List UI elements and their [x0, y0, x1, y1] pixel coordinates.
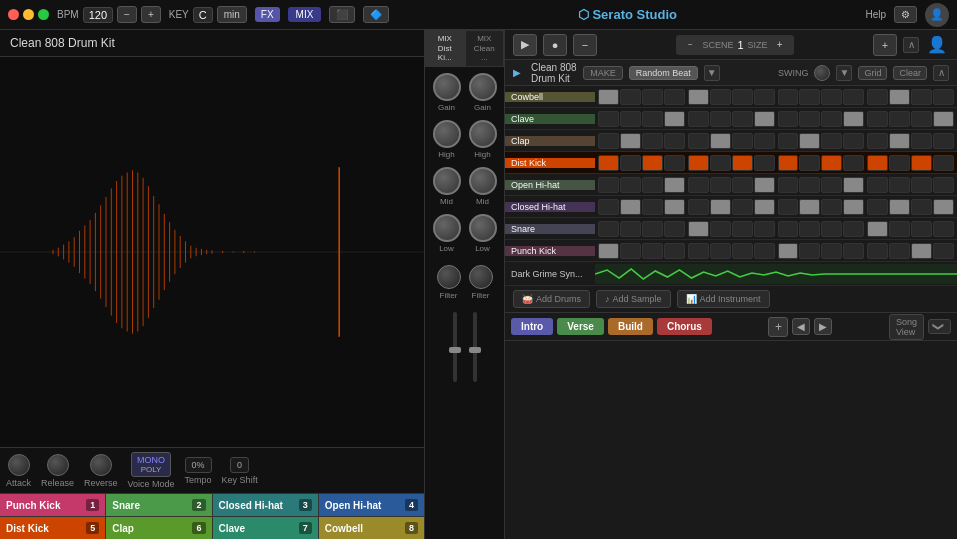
- minimize-button[interactable]: [23, 9, 34, 20]
- drum-pad[interactable]: [867, 133, 888, 149]
- add-scene-button[interactable]: +: [873, 34, 897, 56]
- drum-pad[interactable]: [911, 243, 932, 259]
- verse-button[interactable]: Verse: [557, 318, 604, 335]
- drum-pad[interactable]: [620, 111, 641, 127]
- drum-name-clave[interactable]: Clave: [505, 114, 595, 124]
- drum-pad[interactable]: [642, 111, 663, 127]
- drum-pad[interactable]: [821, 133, 842, 149]
- drum-pad[interactable]: [664, 243, 685, 259]
- drum-pad[interactable]: [710, 89, 731, 105]
- drum-pad[interactable]: [778, 133, 799, 149]
- drum-pad[interactable]: [799, 155, 820, 171]
- drum-pad[interactable]: [799, 199, 820, 215]
- drum-pad[interactable]: [867, 89, 888, 105]
- drum-pad[interactable]: [821, 177, 842, 193]
- grid-button[interactable]: Grid: [858, 66, 887, 80]
- arrangement-add[interactable]: +: [768, 317, 788, 337]
- mix-button[interactable]: MIX: [288, 7, 322, 22]
- drum-pad[interactable]: [889, 133, 910, 149]
- low-knob-left[interactable]: [433, 214, 461, 242]
- drum-pad[interactable]: [933, 243, 954, 259]
- maximize-button[interactable]: [38, 9, 49, 20]
- drum-pad[interactable]: [933, 111, 954, 127]
- drum-pad[interactable]: [889, 155, 910, 171]
- drum-pad[interactable]: [688, 89, 709, 105]
- pad-punch-kick[interactable]: Punch Kick 1: [0, 494, 106, 516]
- drum-pad[interactable]: [933, 89, 954, 105]
- drum-name-punch-kick[interactable]: Punch Kick: [505, 246, 595, 256]
- swing-knob[interactable]: [814, 65, 830, 81]
- drum-pad[interactable]: [688, 133, 709, 149]
- drum-pad[interactable]: [598, 177, 619, 193]
- gain-knob-left[interactable]: [433, 73, 461, 101]
- tempo-value[interactable]: 0%: [185, 457, 212, 473]
- high-knob-left[interactable]: [433, 120, 461, 148]
- drum-pad[interactable]: [620, 221, 641, 237]
- attack-knob[interactable]: [8, 454, 30, 476]
- drum-pad[interactable]: [732, 221, 753, 237]
- gain-knob-right[interactable]: [469, 73, 497, 101]
- make-button[interactable]: MAKE: [583, 66, 623, 80]
- drum-pad[interactable]: [642, 133, 663, 149]
- drum-pad[interactable]: [664, 155, 685, 171]
- build-button[interactable]: Build: [608, 318, 653, 335]
- drum-pad[interactable]: [754, 199, 775, 215]
- drum-pad[interactable]: [843, 133, 864, 149]
- voice-mode-button[interactable]: MONO POLY: [131, 452, 171, 477]
- drum-pad[interactable]: [732, 199, 753, 215]
- drum-pad[interactable]: [598, 133, 619, 149]
- key-value[interactable]: C: [193, 7, 213, 23]
- drum-pad[interactable]: [933, 155, 954, 171]
- pad-clap[interactable]: Clap 6: [106, 517, 212, 539]
- close-button[interactable]: [8, 9, 19, 20]
- drum-pad[interactable]: [754, 155, 775, 171]
- drum-pad[interactable]: [778, 199, 799, 215]
- drum-pad[interactable]: [867, 243, 888, 259]
- drum-pad[interactable]: [688, 199, 709, 215]
- drum-pad[interactable]: [642, 243, 663, 259]
- mix-tab-dist[interactable]: MIXDist Ki...: [425, 30, 465, 67]
- drum-pad[interactable]: [911, 111, 932, 127]
- drum-pad[interactable]: [867, 177, 888, 193]
- drum-pad[interactable]: [799, 243, 820, 259]
- drum-pad[interactable]: [620, 177, 641, 193]
- drum-pad[interactable]: [710, 133, 731, 149]
- drum-pad[interactable]: [732, 155, 753, 171]
- drum-pad[interactable]: [799, 177, 820, 193]
- drum-name-cowbell[interactable]: Cowbell: [505, 92, 595, 102]
- drum-pad[interactable]: [867, 155, 888, 171]
- drum-pad[interactable]: [620, 89, 641, 105]
- mid-knob-left[interactable]: [433, 167, 461, 195]
- high-knob-right[interactable]: [469, 120, 497, 148]
- drum-pad[interactable]: [933, 199, 954, 215]
- minus-button[interactable]: −: [573, 34, 597, 56]
- drum-pad[interactable]: [843, 155, 864, 171]
- drum-pad[interactable]: [732, 111, 753, 127]
- drum-pad[interactable]: [688, 221, 709, 237]
- expand-button[interactable]: ∧: [933, 65, 949, 81]
- drum-pad[interactable]: [911, 89, 932, 105]
- collapse-button[interactable]: ∧: [903, 37, 919, 53]
- drum-pad[interactable]: [911, 199, 932, 215]
- song-view-label[interactable]: SongView: [889, 314, 924, 340]
- drum-pad[interactable]: [911, 177, 932, 193]
- help-button[interactable]: Help: [865, 9, 886, 20]
- drum-pad[interactable]: [754, 221, 775, 237]
- drum-pad[interactable]: [664, 177, 685, 193]
- drum-pad[interactable]: [821, 221, 842, 237]
- drum-pad[interactable]: [598, 89, 619, 105]
- add-drums-button[interactable]: 🥁 Add Drums: [513, 290, 590, 308]
- drum-pad[interactable]: [688, 155, 709, 171]
- drum-pad[interactable]: [732, 177, 753, 193]
- record-button[interactable]: ⬛: [329, 6, 355, 23]
- keyshift-value[interactable]: 0: [230, 457, 249, 473]
- drum-pad[interactable]: [710, 111, 731, 127]
- clear-button[interactable]: Clear: [893, 66, 927, 80]
- dark-grime-name[interactable]: Dark Grime Syn...: [505, 269, 595, 279]
- drum-pad[interactable]: [843, 177, 864, 193]
- volume-slider-right[interactable]: [473, 312, 477, 392]
- drum-pad[interactable]: [642, 177, 663, 193]
- drum-pad[interactable]: [778, 243, 799, 259]
- drum-pad[interactable]: [889, 89, 910, 105]
- dropdown-button[interactable]: ▼: [704, 65, 720, 81]
